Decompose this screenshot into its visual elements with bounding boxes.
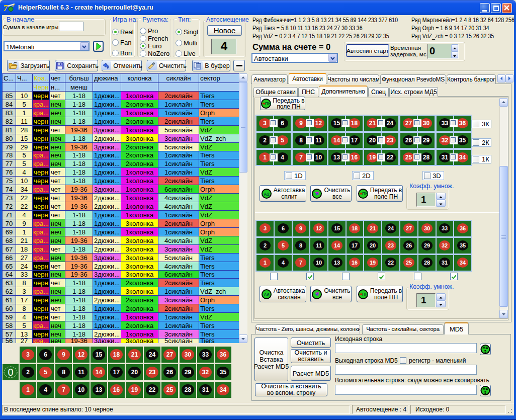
svg-text:ПН: ПН <box>362 292 368 297</box>
svg-text:5: 5 <box>484 350 486 353</box>
svg-text:МА: МА <box>483 387 488 391</box>
svg-text:ПН: ПН <box>265 101 271 106</box>
svg-text:A2: A2 <box>264 191 270 196</box>
svg-text:7: 7 <box>4 3 9 13</box>
svg-text:МА: МА <box>483 346 488 350</box>
svg-text:0: 0 <box>8 367 13 378</box>
svg-text:ПН: ПН <box>362 191 368 196</box>
svg-text:A6: A6 <box>264 292 270 297</box>
svg-text:5: 5 <box>484 391 486 394</box>
